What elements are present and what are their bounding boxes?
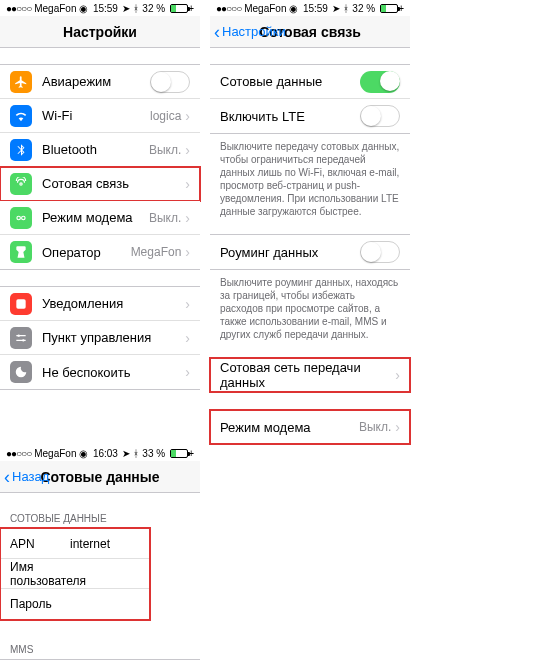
wifi-icon: ◉ — [289, 3, 298, 14]
row-dnd[interactable]: Не беспокоить › — [0, 355, 200, 389]
wifi-icon: ◉ — [79, 3, 88, 14]
row-hotspot[interactable]: Режим модема Выкл. › — [210, 410, 410, 444]
row-notifications[interactable]: Уведомления › — [0, 287, 200, 321]
row-cellular[interactable]: Сотовая связь › — [0, 167, 200, 201]
cell-data-form: APN internet Имя пользователя Пароль — [0, 528, 150, 620]
section-header-cell: СОТОВЫЕ ДАННЫЕ — [0, 507, 200, 528]
battery-icon: + — [168, 448, 194, 459]
lte-toggle[interactable] — [360, 105, 400, 127]
chevron-right-icon: › — [185, 210, 190, 226]
wifi-icon: ◉ — [79, 448, 88, 459]
chevron-right-icon: › — [395, 367, 400, 383]
row-label: Пункт управления — [42, 330, 185, 345]
bluetooth-icon: ᚼ — [133, 448, 139, 459]
footer-note: Выключите передачу сотовых данных, чтобы… — [210, 134, 410, 218]
row-label: Wi-Fi — [42, 108, 150, 123]
field-apn[interactable]: APN internet — [0, 529, 150, 559]
cellular-icon — [10, 173, 32, 195]
row-label: Режим модема — [220, 420, 359, 435]
airplane-icon — [10, 71, 32, 93]
chevron-right-icon: › — [185, 142, 190, 158]
roaming-toggle[interactable] — [360, 241, 400, 263]
row-wifi[interactable]: Wi-Fi logica › — [0, 99, 200, 133]
field-label: Пароль — [10, 597, 110, 611]
back-label: Назад — [12, 469, 49, 484]
cell-data-toggle[interactable] — [360, 71, 400, 93]
clock: 15:59 — [93, 3, 118, 14]
status-bar: ●●○○○ MegaFon ◉ 15:59 ➤ ᚼ 32 % + — [210, 0, 410, 16]
row-label: Сотовые данные — [220, 74, 360, 89]
screen-apn: ●●○○○ MegaFon ◉ 16:03 ➤ ᚼ 33 % + ‹ Назад… — [0, 445, 200, 661]
control-center-icon — [10, 327, 32, 349]
row-airplane[interactable]: Авиарежим — [0, 65, 200, 99]
signal-dots: ●●○○○ — [216, 3, 241, 14]
row-label: Авиарежим — [42, 74, 150, 89]
navbar: Настройки — [0, 16, 200, 48]
row-apn-settings[interactable]: Сотовая сеть передачи данных › — [210, 358, 410, 392]
bluetooth-icon: ᚼ — [343, 3, 349, 14]
row-label: Уведомления — [42, 296, 185, 311]
svg-rect-2 — [16, 299, 25, 308]
status-bar: ●●○○○ MegaFon ◉ 16:03 ➤ ᚼ 33 % + — [0, 445, 200, 461]
row-control-center[interactable]: Пункт управления › — [0, 321, 200, 355]
back-button[interactable]: ‹ Назад — [4, 468, 49, 486]
page-title: Настройки — [63, 24, 137, 40]
location-icon: ➤ — [332, 3, 340, 14]
row-label: Сотовая сеть передачи данных — [220, 360, 395, 390]
chevron-right-icon: › — [185, 176, 190, 192]
row-carrier[interactable]: Оператор MegaFon › — [0, 235, 200, 269]
chevron-right-icon: › — [185, 296, 190, 312]
battery-pct: 33 % — [142, 448, 165, 459]
field-value[interactable]: internet — [70, 537, 110, 551]
row-value: MegaFon — [131, 245, 182, 259]
carrier-name: MegaFon — [34, 3, 76, 14]
chevron-left-icon: ‹ — [214, 23, 220, 41]
battery-icon: + — [378, 3, 404, 14]
row-label: Оператор — [42, 245, 131, 260]
back-button[interactable]: ‹ Настройки — [214, 23, 286, 41]
battery-icon: + — [168, 3, 194, 14]
chevron-right-icon: › — [185, 244, 190, 260]
notifications-icon — [10, 293, 32, 315]
field-label: APN — [10, 537, 70, 551]
dnd-icon — [10, 361, 32, 383]
clock: 16:03 — [93, 448, 118, 459]
airplane-toggle[interactable] — [150, 71, 190, 93]
back-label: Настройки — [222, 24, 286, 39]
chevron-left-icon: ‹ — [4, 468, 10, 486]
hotspot-icon — [10, 207, 32, 229]
row-hotspot[interactable]: Режим модема Выкл. › — [0, 201, 200, 235]
row-label: Режим модема — [42, 210, 149, 225]
row-cell-data[interactable]: Сотовые данные — [210, 65, 410, 99]
field-password[interactable]: Пароль — [0, 589, 150, 619]
row-label: Сотовая связь — [42, 176, 185, 191]
signal-dots: ●●○○○ — [6, 448, 31, 459]
row-label: Не беспокоить — [42, 365, 185, 380]
row-bluetooth[interactable]: Bluetooth Выкл. › — [0, 133, 200, 167]
navbar: ‹ Настройки Сотовая связь — [210, 16, 410, 48]
chevron-right-icon: › — [185, 330, 190, 346]
field-username[interactable]: Имя пользователя — [0, 559, 150, 589]
row-roaming[interactable]: Роуминг данных — [210, 235, 410, 269]
location-icon: ➤ — [122, 448, 130, 459]
battery-pct: 32 % — [352, 3, 375, 14]
bluetooth-icon: ᚼ — [133, 3, 139, 14]
wifi-icon — [10, 105, 32, 127]
signal-dots: ●●○○○ — [6, 3, 31, 14]
bluetooth-icon — [10, 139, 32, 161]
row-label: Роуминг данных — [220, 245, 360, 260]
carrier-name: MegaFon — [244, 3, 286, 14]
row-lte[interactable]: Включить LTE — [210, 99, 410, 133]
row-value: logica — [150, 109, 181, 123]
chevron-right-icon: › — [185, 364, 190, 380]
footer-note: Выключите роуминг данных, находясь за гр… — [210, 270, 410, 341]
chevron-right-icon: › — [185, 108, 190, 124]
location-icon: ➤ — [122, 3, 130, 14]
field-label: Имя пользователя — [10, 560, 110, 588]
page-title: Сотовые данные — [40, 469, 159, 485]
navbar: ‹ Назад Сотовые данные — [0, 461, 200, 493]
clock: 15:59 — [303, 3, 328, 14]
row-value: Выкл. — [359, 420, 391, 434]
row-value: Выкл. — [149, 211, 181, 225]
screen-cellular: ●●○○○ MegaFon ◉ 15:59 ➤ ᚼ 32 % + ‹ Настр… — [210, 0, 410, 445]
